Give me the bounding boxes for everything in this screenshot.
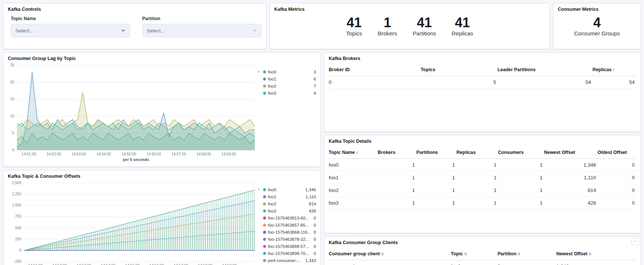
column-header[interactable]: Brokers <box>378 146 416 159</box>
sort-icon: ⇅ <box>381 252 384 256</box>
lag-legend: foo03foo16foo27foo34 <box>263 68 316 163</box>
column-header[interactable]: Oldest Offset <box>597 146 636 159</box>
legend-series-name: foo1 <box>268 77 312 81</box>
panel-title-kafka-controls: Kafka Controls <box>8 6 262 12</box>
metric: 41Replicas <box>452 16 473 37</box>
table-cell: 1 <box>378 159 416 171</box>
svg-text:1,000: 1,000 <box>12 203 21 207</box>
legend-series-value: 3 <box>314 70 316 74</box>
column-header[interactable]: Replicas <box>456 146 498 159</box>
panel-options-button[interactable]: ⋯ <box>631 238 640 245</box>
legend-item[interactable]: foo3428 <box>263 207 316 214</box>
svg-text:5: 5 <box>12 131 15 135</box>
column-header[interactable]: Newest Offset⇅ <box>556 247 636 260</box>
table-cell: 428 <box>544 197 597 209</box>
legend-expand-icon[interactable]: › <box>258 68 262 163</box>
legend-series-value: 0 <box>314 223 316 227</box>
legend-item[interactable]: foo01,346 <box>263 186 316 193</box>
table-cell: 1 <box>456 171 498 184</box>
column-header[interactable]: Topic Name↑ <box>329 146 378 159</box>
table-row: 055454 <box>329 76 636 89</box>
kafka-dashboard: Kafka Controls Topic Name Select... Part… <box>0 0 644 265</box>
svg-text:14:53:00: 14:53:00 <box>72 152 86 156</box>
panel-topic-consumer-offsets: Kafka Topic & Consumer Offsets -25002505… <box>3 170 321 265</box>
legend-series-value: 0 <box>314 237 316 242</box>
legend-series-value: 7 <box>314 84 316 88</box>
legend-series-name: foo-1575463888-57... <box>268 244 312 249</box>
table-cell: 5 <box>421 76 497 89</box>
legend-item[interactable]: foo34 <box>263 89 316 97</box>
column-header[interactable]: Consumer group client⇅ <box>329 247 451 260</box>
sort-asc-icon: ↑ <box>613 67 615 72</box>
legend-item[interactable]: perf-consumer-...1,343 <box>263 257 316 264</box>
legend-item[interactable]: foo-1575463813-60...0 <box>263 214 316 221</box>
consumer-group-clients-table: Consumer group client⇅Topic⇅Partition⇅Ne… <box>329 247 636 265</box>
chevron-down-icon <box>252 28 257 33</box>
column-header[interactable]: Replicas↑ <box>593 63 636 76</box>
series-color-dot <box>263 202 266 205</box>
partition-select[interactable]: Select... <box>142 24 262 37</box>
metric-value: 41 <box>452 16 473 30</box>
legend-series-name: foo-1575463813-60... <box>268 216 312 220</box>
legend-item[interactable]: foo03 <box>263 68 316 75</box>
column-header[interactable]: Leader Partitions <box>497 63 593 76</box>
legend-expand-icon[interactable]: › <box>258 186 262 265</box>
panel-title-consumer-group-lag: Consumer Group Lag by Topic <box>8 56 316 61</box>
column-header[interactable]: Partition⇅ <box>497 247 556 260</box>
column-header[interactable]: Consumers <box>498 146 544 159</box>
sort-asc-icon: ↑ <box>356 150 358 155</box>
panel-title-topic-consumer-offsets: Kafka Topic & Consumer Offsets <box>8 173 316 179</box>
topic-name-placeholder: Select... <box>15 28 34 34</box>
legend-series-value: 1,110 <box>306 195 316 199</box>
series-color-dot <box>263 195 266 198</box>
legend-series-value: 0 <box>314 216 316 220</box>
svg-text:14:52:00: 14:52:00 <box>52 264 67 265</box>
table-cell: 1 <box>378 171 416 184</box>
table-cell: 1 <box>456 159 498 171</box>
legend-item[interactable]: foo-1575463868-116...0 <box>263 228 316 236</box>
legend-series-name: foo3 <box>268 209 307 213</box>
topic-details-table: Topic Name↑BrokersPartitionsReplicasCons… <box>329 146 636 209</box>
offsets-chart-container: -25002505007501,0001,2501,50014:51:0014:… <box>8 181 316 265</box>
series-color-dot <box>263 245 266 248</box>
column-header[interactable]: Broker ID <box>329 63 421 76</box>
sort-icon: ⇅ <box>588 252 591 256</box>
legend-item[interactable]: foo-1575463857-85...0 <box>263 221 316 228</box>
legend-item[interactable]: foo-1575463898-70...0 <box>263 250 316 257</box>
metric: 41Topics <box>346 16 362 37</box>
panel-title-consumer-metrics: Consumer Metrics <box>558 6 636 12</box>
legend-series-name: foo-1575463898-70... <box>268 251 312 256</box>
table-cell: 1 <box>498 171 544 184</box>
legend-item[interactable]: foo27 <box>263 82 316 89</box>
series-color-dot <box>263 224 266 227</box>
legend-item[interactable]: foo2814 <box>263 200 316 207</box>
svg-text:per 5 seconds: per 5 seconds <box>123 157 149 162</box>
legend-series-value: 814 <box>309 202 316 206</box>
table-cell: foo0 <box>451 260 497 265</box>
svg-text:25: 25 <box>10 63 15 67</box>
svg-text:14:51:00: 14:51:00 <box>22 152 36 156</box>
legend-series-value: 0 <box>314 244 316 249</box>
panel-title-kafka-metrics: Kafka Metrics <box>274 6 545 12</box>
metric-value: 41 <box>413 16 436 30</box>
svg-text:14:55:00: 14:55:00 <box>122 152 136 156</box>
table-cell: 1 <box>378 197 416 209</box>
legend-series-name: foo1 <box>268 195 304 199</box>
table-cell: 1 <box>498 159 544 171</box>
metric-label: Replicas <box>452 30 473 37</box>
legend-series-name: foo-1575463868-116... <box>268 230 312 234</box>
table-cell: 1 <box>456 184 498 197</box>
svg-text:750: 750 <box>15 214 21 218</box>
topic-name-select[interactable]: Select... <box>11 24 130 37</box>
svg-text:14:57:00: 14:57:00 <box>173 264 188 265</box>
legend-item[interactable]: foo11,110 <box>263 193 316 200</box>
column-header[interactable]: Topics <box>421 63 497 76</box>
column-header[interactable]: Topic⇅ <box>451 247 497 260</box>
legend-item[interactable]: foo-1575463878-32...0 <box>263 236 316 243</box>
svg-text:250: 250 <box>15 237 21 241</box>
legend-item[interactable]: foo-1575463888-57...0 <box>263 243 316 250</box>
column-header[interactable]: Newest Offset <box>544 146 597 159</box>
column-header[interactable]: Partitions <box>416 146 456 159</box>
metric-label: Partitions <box>413 30 436 37</box>
legend-item[interactable]: foo16 <box>263 75 316 82</box>
